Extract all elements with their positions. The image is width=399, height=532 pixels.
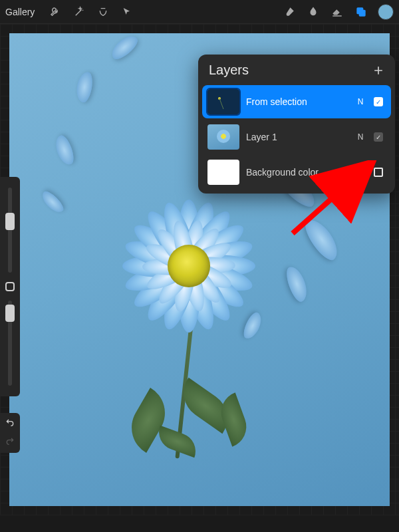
visibility-checkbox[interactable] xyxy=(372,131,384,143)
layer-row[interactable]: Background color xyxy=(202,156,391,189)
layer-name-label: From selection xyxy=(246,96,348,107)
layer-thumbnail xyxy=(207,124,239,150)
side-slider-rail xyxy=(0,177,20,396)
layer-name-label: Background color xyxy=(246,167,348,178)
top-toolbar: Gallery xyxy=(0,0,399,24)
artwork-petal xyxy=(74,70,94,103)
bottom-bar xyxy=(0,515,399,532)
canvas-viewport: Layers From selection N Layer 1 N Backgr… xyxy=(0,24,399,515)
layer-name-label: Layer 1 xyxy=(246,132,348,142)
layers-icon[interactable] xyxy=(354,5,368,19)
layer-thumbnail xyxy=(207,160,239,185)
cursor-icon[interactable] xyxy=(120,5,134,19)
visibility-checkbox[interactable] xyxy=(372,166,384,178)
artwork-petal xyxy=(39,188,66,215)
artwork-petal xyxy=(108,33,140,63)
layer-thumbnail xyxy=(207,89,239,114)
wrench-icon[interactable] xyxy=(48,5,63,19)
blend-mode-button[interactable]: N xyxy=(355,97,366,106)
brush-icon[interactable] xyxy=(282,5,297,19)
brush-size-thumb[interactable] xyxy=(5,213,15,230)
undo-redo-rail xyxy=(0,413,20,453)
undo-icon[interactable] xyxy=(5,417,15,430)
artwork-petal xyxy=(301,215,344,265)
toolbar-right-group xyxy=(282,4,394,20)
smudge-icon[interactable] xyxy=(306,5,321,19)
opacity-slider[interactable] xyxy=(8,301,12,386)
blend-mode-button[interactable]: N xyxy=(355,132,366,142)
layers-panel-header: Layers xyxy=(198,55,395,83)
svg-rect-1 xyxy=(359,9,366,16)
opacity-thumb[interactable] xyxy=(5,305,15,322)
redo-icon[interactable] xyxy=(5,436,15,449)
eraser-icon[interactable] xyxy=(330,5,344,19)
wand-icon[interactable] xyxy=(72,5,86,19)
layer-row[interactable]: Layer 1 N xyxy=(202,120,391,154)
layers-panel-title: Layers xyxy=(209,63,249,78)
color-chip[interactable] xyxy=(378,4,394,20)
brush-size-slider[interactable] xyxy=(8,188,12,273)
add-layer-button[interactable] xyxy=(371,63,386,78)
artwork-petal xyxy=(53,134,76,168)
layer-row[interactable]: From selection N xyxy=(202,85,391,118)
layers-panel: Layers From selection N Layer 1 N Backgr… xyxy=(198,55,395,194)
artwork-flower xyxy=(109,186,269,346)
visibility-checkbox[interactable] xyxy=(372,96,384,108)
toolbar-left-group: Gallery xyxy=(5,5,134,19)
svg-line-3 xyxy=(219,98,223,109)
gallery-button[interactable]: Gallery xyxy=(5,7,35,17)
selection-icon[interactable] xyxy=(96,5,110,19)
modify-button[interactable] xyxy=(5,282,15,291)
artwork-petal xyxy=(283,264,311,304)
